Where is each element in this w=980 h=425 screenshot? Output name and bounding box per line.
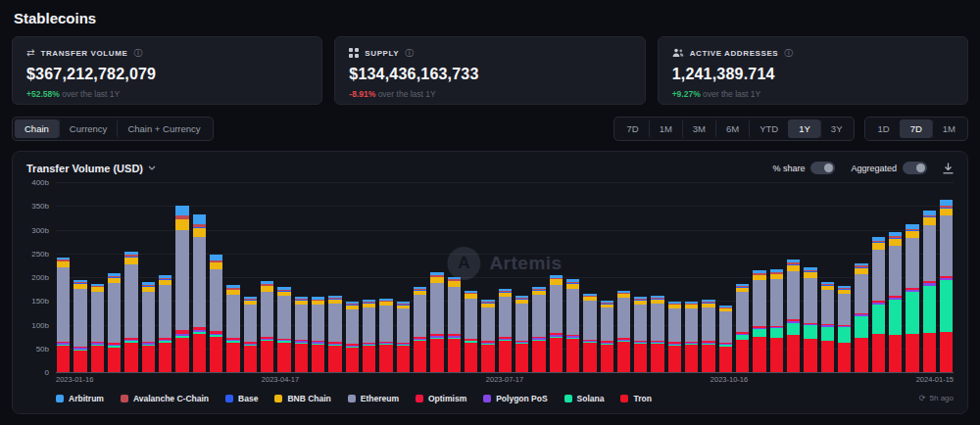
bar-2023-09-04[interactable]: [617, 182, 630, 372]
bar-2023-12-04[interactable]: [838, 182, 851, 372]
range-tab-6m[interactable]: 6M: [715, 119, 749, 138]
view-tab-chain-currency[interactable]: Chain + Currency: [117, 119, 210, 138]
download-icon[interactable]: [943, 163, 954, 174]
bar-2023-11-27[interactable]: [821, 182, 834, 372]
bar-2023-01-23[interactable]: [74, 182, 86, 372]
legend-item-optimism[interactable]: Optimism: [416, 394, 466, 403]
bar-2023-02-20[interactable]: [142, 182, 155, 372]
bar-2023-11-06[interactable]: [770, 182, 783, 372]
bar-2023-12-11[interactable]: [855, 182, 867, 372]
bar-2023-03-20[interactable]: [210, 182, 222, 372]
bar-2023-01-16[interactable]: [57, 182, 70, 372]
legend-item-base[interactable]: Base: [225, 394, 258, 403]
stat-value: 1,241,389.714: [672, 66, 954, 83]
segment-bnb-chain: [872, 243, 885, 250]
bar-2023-10-16[interactable]: [719, 182, 732, 372]
share-toggle[interactable]: [810, 162, 835, 174]
bar-2023-03-06[interactable]: [175, 182, 188, 372]
bar-2023-04-03[interactable]: [244, 182, 257, 372]
bar-2023-08-21[interactable]: [583, 182, 596, 372]
segment-ethereum: [923, 225, 936, 281]
bar-2023-09-18[interactable]: [651, 182, 663, 372]
segment-tron: [328, 346, 341, 372]
legend-item-ethereum[interactable]: Ethereum: [348, 394, 399, 403]
info-icon[interactable]: ⓘ: [133, 49, 142, 58]
bar-2023-06-19[interactable]: [430, 182, 443, 372]
range-tab-7d[interactable]: 7D: [616, 119, 648, 138]
bar-2023-08-28[interactable]: [601, 182, 613, 372]
chart-title-dropdown[interactable]: Transfer Volume (USD): [26, 163, 156, 174]
stat-label: ACTIVE ADDRESSES: [690, 49, 779, 58]
segment-tron: [57, 346, 70, 372]
info-icon[interactable]: ⓘ: [784, 49, 793, 58]
legend-item-arbitrum[interactable]: Arbitrum: [56, 394, 104, 403]
legend-item-bnb-chain[interactable]: BNB Chain: [274, 394, 330, 403]
bar-2023-06-12[interactable]: [414, 182, 426, 372]
range-tab-1m[interactable]: 1M: [649, 119, 682, 138]
x-tick-label: 2023-01-16: [56, 375, 93, 384]
bar-2023-06-05[interactable]: [397, 182, 410, 372]
bar-2023-11-20[interactable]: [804, 182, 816, 372]
segment-ethereum: [719, 311, 732, 343]
bar-2023-08-14[interactable]: [566, 182, 579, 372]
bar-2023-10-02[interactable]: [685, 182, 698, 372]
bar-2023-05-22[interactable]: [363, 182, 375, 372]
bar-2023-05-15[interactable]: [346, 182, 359, 372]
legend-item-solana[interactable]: Solana: [564, 394, 605, 403]
chart-legend: ArbitrumAvalanche C-ChainBaseBNB ChainEt…: [56, 394, 652, 403]
segment-solana: [821, 327, 834, 342]
range-tab-ytd[interactable]: YTD: [749, 119, 788, 138]
bar-2023-08-07[interactable]: [550, 182, 563, 372]
bar-2023-05-08[interactable]: [328, 182, 341, 372]
bar-2023-07-17[interactable]: [499, 182, 512, 372]
bar-2023-04-24[interactable]: [295, 182, 308, 372]
bar-2023-12-18[interactable]: [872, 182, 885, 372]
view-tab-chain[interactable]: Chain: [15, 119, 59, 138]
bar-2023-01-30[interactable]: [91, 182, 104, 372]
segment-tron: [244, 346, 257, 372]
range-tab-3m[interactable]: 3M: [682, 119, 715, 138]
bar-2023-04-17[interactable]: [277, 182, 290, 372]
bar-2023-10-23[interactable]: [736, 182, 749, 372]
optimism-color-swatch: [416, 395, 423, 402]
bar-2024-01-15[interactable]: [940, 182, 953, 372]
bar-2024-01-01[interactable]: [906, 182, 918, 372]
bar-2023-07-24[interactable]: [515, 182, 528, 372]
bar-2023-10-30[interactable]: [753, 182, 765, 372]
segment-ethereum: [244, 305, 257, 342]
bar-2023-07-10[interactable]: [481, 182, 494, 372]
bar-2023-02-06[interactable]: [108, 182, 121, 372]
view-tab-currency[interactable]: Currency: [59, 119, 118, 138]
bar-2023-09-11[interactable]: [634, 182, 647, 372]
bar-2023-07-31[interactable]: [532, 182, 545, 372]
bar-2023-04-10[interactable]: [261, 182, 273, 372]
segment-ethereum: [124, 264, 137, 338]
bar-2023-10-09[interactable]: [702, 182, 714, 372]
segment-ethereum: [328, 304, 341, 342]
bar-2024-01-08[interactable]: [923, 182, 936, 372]
granularity-tab-7d[interactable]: 7D: [900, 119, 932, 138]
granularity-tab-1d[interactable]: 1D: [867, 119, 899, 138]
bar-2023-05-29[interactable]: [379, 182, 392, 372]
bar-2023-03-27[interactable]: [226, 182, 239, 372]
bar-2023-03-13[interactable]: [193, 182, 206, 372]
bar-2023-07-03[interactable]: [465, 182, 477, 372]
legend-item-polygon-pos[interactable]: Polygon PoS: [483, 394, 547, 403]
bar-2023-11-13[interactable]: [787, 182, 800, 372]
range-tab-3y[interactable]: 3Y: [820, 119, 853, 138]
range-tab-1y[interactable]: 1Y: [788, 119, 820, 138]
bar-2023-05-01[interactable]: [312, 182, 324, 372]
info-icon[interactable]: ⓘ: [405, 49, 414, 58]
bar-2023-02-13[interactable]: [124, 182, 137, 372]
legend-item-avalanche-c-chain[interactable]: Avalanche C-Chain: [121, 394, 209, 403]
granularity-tab-1m[interactable]: 1M: [932, 119, 965, 138]
segment-ethereum: [175, 230, 188, 330]
segment-tron: [414, 341, 426, 372]
bar-2023-02-27[interactable]: [159, 182, 172, 372]
bar-2023-09-25[interactable]: [668, 182, 681, 372]
bar-2023-12-25[interactable]: [889, 182, 902, 372]
legend-item-tron[interactable]: Tron: [620, 394, 651, 403]
segment-ethereum: [668, 308, 681, 342]
aggregated-toggle[interactable]: [903, 162, 927, 174]
bar-2023-06-26[interactable]: [448, 182, 461, 372]
